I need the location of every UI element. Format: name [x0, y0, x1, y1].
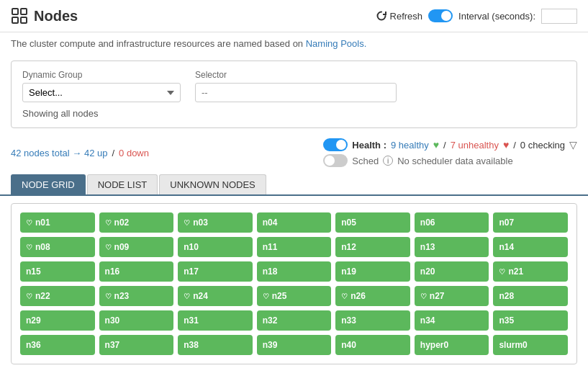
node-name: n30	[105, 315, 120, 326]
node-cell[interactable]: n33	[335, 310, 410, 331]
naming-pools-link[interactable]: Naming Pools.	[306, 38, 367, 49]
node-cell[interactable]: ♡n08	[20, 237, 95, 257]
node-name: n34	[420, 315, 435, 326]
node-cell[interactable]: n20	[415, 261, 489, 282]
tab-unknown-nodes[interactable]: UNKNOWN NODES	[159, 174, 266, 194]
node-name: n35	[499, 315, 514, 326]
node-cell[interactable]: n07	[493, 212, 568, 233]
node-cell[interactable]: n29	[20, 310, 95, 331]
node-name: n09	[114, 242, 130, 252]
node-cell[interactable]: n36	[20, 335, 95, 355]
node-cell[interactable]: n15	[20, 261, 95, 282]
refresh-toggle[interactable]	[428, 9, 453, 22]
healthy-icon: ♥	[433, 139, 439, 151]
node-name: n14	[499, 242, 514, 252]
node-cell[interactable]: ♡n27	[415, 286, 489, 306]
node-cell[interactable]: n32	[257, 310, 332, 331]
node-cell[interactable]: n31	[178, 310, 253, 331]
node-cell[interactable]: n39	[257, 335, 332, 355]
node-cell[interactable]: n40	[335, 335, 410, 355]
node-cell[interactable]: n37	[99, 335, 174, 355]
node-name: n22	[35, 291, 50, 301]
info-text: The cluster compute and infrastructure r…	[11, 38, 306, 49]
interval-input[interactable]: 10	[541, 9, 577, 24]
down-nodes-link[interactable]: 0 down	[119, 148, 149, 158]
info-bar: The cluster compute and infrastructure r…	[0, 32, 588, 55]
dynamic-group-select[interactable]: Select...	[22, 83, 181, 102]
node-cell[interactable]: ♡n25	[257, 286, 332, 306]
node-cell[interactable]: n10	[178, 237, 253, 257]
node-cell[interactable]: ♡n01	[20, 212, 95, 233]
node-cell[interactable]: n14	[493, 237, 568, 257]
healthy-link[interactable]: 9 healthy	[391, 140, 429, 151]
dynamic-group-filter: Dynamic Group Select...	[22, 70, 181, 102]
node-health-icon: ♡	[105, 219, 112, 227]
nodes-logo-icon	[11, 7, 28, 24]
node-name: n04	[263, 218, 278, 228]
tabs-bar: NODE GRID NODE LIST UNKNOWN NODES	[0, 174, 588, 196]
node-cell[interactable]: n13	[415, 237, 489, 257]
dynamic-group-label: Dynamic Group	[22, 70, 181, 80]
checking-text: 0 checking	[520, 140, 565, 151]
sched-info-icon[interactable]: i	[383, 156, 393, 166]
sched-label: Sched	[352, 156, 379, 166]
node-health-icon: ♡	[105, 243, 112, 251]
node-name: n18	[263, 266, 278, 277]
svg-rect-3	[21, 17, 27, 23]
node-name: n32	[263, 315, 278, 326]
node-name: n26	[350, 291, 366, 301]
node-name: n23	[114, 291, 130, 301]
node-health-icon: ♡	[26, 292, 32, 300]
unhealthy-link[interactable]: 7 unhealthy	[451, 140, 499, 151]
node-cell[interactable]: n19	[335, 261, 410, 282]
node-cell[interactable]: n35	[493, 310, 568, 331]
filter-row: Dynamic Group Select... Selector	[22, 70, 566, 102]
checking-separator: /	[513, 140, 516, 151]
node-cell[interactable]: n05	[335, 212, 410, 233]
node-cell[interactable]: n30	[99, 310, 174, 331]
node-cell[interactable]: n06	[415, 212, 489, 233]
selector-input[interactable]	[195, 83, 397, 102]
health-toggle[interactable]	[323, 138, 348, 151]
node-name: slurm0	[499, 340, 527, 350]
node-grid-container: ♡n01♡n02♡n03n04n05n06n07♡n08♡n09n10n11n1…	[11, 203, 577, 364]
page-header: Nodes Refresh Interval (seconds): 10	[0, 0, 588, 32]
node-name: n12	[341, 242, 356, 252]
node-cell[interactable]: ♡n09	[99, 237, 174, 257]
node-cell[interactable]: n11	[257, 237, 332, 257]
node-cell[interactable]: n17	[178, 261, 253, 282]
node-cell[interactable]: ♡n02	[99, 212, 174, 233]
total-nodes-link[interactable]: 42 nodes total → 42 up	[11, 148, 107, 158]
node-cell[interactable]: n04	[257, 212, 332, 233]
node-name: n36	[26, 340, 41, 350]
node-cell[interactable]: ♡n23	[99, 286, 174, 306]
node-health-icon: ♡	[184, 219, 190, 227]
node-name: n24	[193, 291, 208, 301]
node-cell[interactable]: n28	[493, 286, 568, 306]
node-cell[interactable]: ♡n21	[493, 261, 568, 282]
node-name: n03	[193, 218, 208, 228]
node-cell[interactable]: ♡n22	[20, 286, 95, 306]
node-name: n17	[184, 266, 199, 277]
node-cell[interactable]: n34	[415, 310, 489, 331]
tab-node-list[interactable]: NODE LIST	[87, 174, 158, 194]
node-cell[interactable]: ♡n26	[335, 286, 410, 306]
filter-section: Dynamic Group Select... Selector Showing…	[11, 60, 577, 128]
node-health-icon: ♡	[105, 292, 112, 300]
node-cell[interactable]: ♡n03	[178, 212, 253, 233]
node-name: n21	[508, 266, 523, 277]
node-cell[interactable]: n38	[178, 335, 253, 355]
node-cell[interactable]: ♡n24	[178, 286, 253, 306]
tab-node-grid[interactable]: NODE GRID	[11, 174, 86, 194]
node-cell[interactable]: n12	[335, 237, 410, 257]
node-name: n19	[341, 266, 356, 277]
node-cell[interactable]: slurm0	[493, 335, 568, 355]
node-health-icon: ♡	[341, 292, 348, 300]
node-cell[interactable]: hyper0	[415, 335, 489, 355]
showing-text: Showing all nodes	[22, 108, 566, 119]
node-cell[interactable]: n16	[99, 261, 174, 282]
refresh-button[interactable]: Refresh	[376, 10, 423, 22]
stats-separator: /	[112, 148, 114, 158]
sched-toggle[interactable]	[323, 154, 348, 167]
node-cell[interactable]: n18	[257, 261, 332, 282]
